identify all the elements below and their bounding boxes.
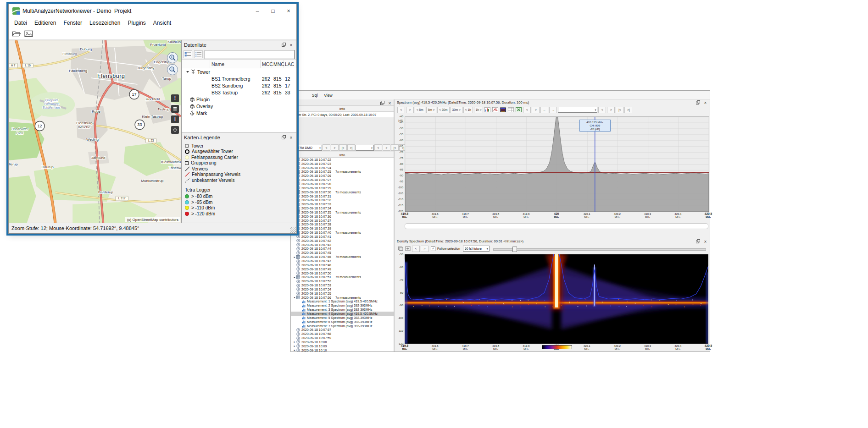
- move-tool[interactable]: [171, 126, 179, 134]
- float-icon[interactable]: [695, 99, 701, 105]
- slider-handle[interactable]: [512, 247, 517, 252]
- titlebar[interactable]: MultiAnalyzerNetworkviewer - Demo_Projek…: [9, 4, 296, 18]
- menu-item-lesezeichen[interactable]: Lesezeichen: [86, 19, 124, 27]
- prev-button[interactable]: <: [323, 144, 330, 151]
- table-row[interactable]: Overlay: [182, 103, 296, 110]
- first-button[interactable]: |<: [339, 144, 347, 151]
- log-entry[interactable]: ▾2020-09-18 10:07:567x measurements: [291, 296, 394, 300]
- menu-item-fenster[interactable]: Fenster: [60, 19, 86, 27]
- log-entry[interactable]: 2020-09-18 10:07:34: [291, 206, 394, 210]
- back-button[interactable]: ←: [540, 107, 548, 113]
- log-entry[interactable]: ▸2020-09-18 10:07:257x measurements: [291, 170, 394, 174]
- log-entry[interactable]: 2020-09-18 10:07:49: [291, 267, 394, 271]
- table-row[interactable]: Tower: [182, 68, 296, 75]
- table-row[interactable]: BS3 Tastrup26281533: [182, 89, 296, 96]
- log-entry[interactable]: 2020-09-18 10:07:45: [291, 251, 394, 255]
- list-view-icon[interactable]: [194, 50, 203, 58]
- log-entry[interactable]: 2020-09-18 10:07:55: [291, 291, 394, 296]
- log-entry[interactable]: ▸2020-09-18 10:07:467x measurements: [291, 255, 394, 259]
- log-entry[interactable]: 2020-09-18 10:07:58: [291, 332, 394, 336]
- expander-icon[interactable]: ▸: [293, 275, 296, 279]
- log-entry[interactable]: 2020-09-18 10:07:57: [291, 328, 394, 332]
- image-export-icon[interactable]: [24, 30, 33, 37]
- next-button[interactable]: >: [331, 144, 339, 151]
- stack-icon[interactable]: [398, 246, 403, 251]
- log-entry[interactable]: 2020-09-18 10:07:50: [291, 271, 394, 275]
- log-entry[interactable]: 2020-09-18 10:07:33: [291, 202, 394, 206]
- table-row[interactable]: Mark: [182, 110, 296, 116]
- time-nav-30m[interactable]: 30m >: [451, 107, 462, 113]
- log-entry[interactable]: Measurement: 2 Spectrum (avg) 392-393MHz: [291, 303, 394, 307]
- log-entry[interactable]: Measurement: 4 Spectrum (avg) 419.5-420.…: [291, 312, 394, 316]
- last-button[interactable]: >|: [624, 107, 632, 113]
- log-entry[interactable]: Measurement: 6 Spectrum (avg) 392-393MHz: [291, 320, 394, 324]
- spectrum-icon[interactable]: [492, 107, 498, 112]
- column-header-tree[interactable]: [182, 60, 210, 68]
- zoom-out-button[interactable]: [167, 64, 178, 75]
- log-entry[interactable]: 2020-09-18 10:07:22: [291, 158, 394, 162]
- time-nav-1h[interactable]: 1h >: [474, 107, 484, 113]
- time-slider[interactable]: [493, 246, 706, 252]
- next-button[interactable]: >: [406, 107, 414, 113]
- next-button[interactable]: >: [607, 107, 615, 113]
- log-entry[interactable]: ▸2020-09-18 10:07:407x measurements: [291, 230, 394, 235]
- log-entry[interactable]: Measurement: 7 Spectrum (avg) 392-393MHz: [291, 324, 394, 328]
- log-entry[interactable]: Measurement: 1 Spectrum (avg) 419.5-420.…: [291, 300, 394, 304]
- log-entry[interactable]: 2020-09-18 10:07:44: [291, 247, 394, 251]
- spectrum-select[interactable]: ▾: [558, 107, 597, 113]
- prev-button[interactable]: <: [397, 107, 405, 113]
- menu-item-sql[interactable]: Sql: [312, 93, 317, 98]
- log-entry[interactable]: 2020-09-18 10:07:27: [291, 178, 394, 182]
- log-entry[interactable]: ▸2020-09-18 10:09: [291, 344, 394, 348]
- prev-button[interactable]: <: [374, 144, 382, 151]
- table-row[interactable]: BS1 Trommelberg26281512: [182, 75, 296, 82]
- secondary-select[interactable]: ▾: [356, 145, 374, 151]
- log-entry[interactable]: 2020-09-18 10:07:43: [291, 243, 394, 247]
- prev-button[interactable]: <: [412, 246, 420, 252]
- log-entry[interactable]: 2020-09-18 10:07:32: [291, 198, 394, 202]
- log-entry[interactable]: 2020-09-18 10:07:54: [291, 287, 394, 291]
- expander-icon[interactable]: ▸: [293, 344, 296, 348]
- float-icon[interactable]: [281, 42, 287, 48]
- table-row[interactable]: Plugin: [182, 96, 296, 103]
- log-entry[interactable]: 2020-09-18 10:07:23: [291, 162, 394, 166]
- log-entry[interactable]: 2020-09-18 10:07:29: [291, 186, 394, 190]
- log-entry[interactable]: 2020-09-18 10:07:41: [291, 235, 394, 239]
- future-window-select[interactable]: 60 [s] future▾: [463, 246, 490, 252]
- log-entry[interactable]: ▸2020-09-18 10:07:357x measurements: [291, 210, 394, 214]
- menu-item-ansicht[interactable]: Ansicht: [150, 19, 175, 27]
- log-entry[interactable]: ▸2020-09-18 10:07:517x measurements: [291, 275, 394, 279]
- spectrum-scrollbar[interactable]: [405, 223, 708, 229]
- table-row[interactable]: BS2 Sandberg26281517: [182, 82, 296, 89]
- close-button[interactable]: ×: [281, 4, 296, 18]
- log-entry[interactable]: 2020-09-18 10:07:39: [291, 226, 394, 230]
- log-entry[interactable]: Measurement: 5 Spectrum (avg) 392-393MHz: [291, 316, 394, 320]
- float-icon[interactable]: [695, 238, 701, 244]
- info-tool[interactable]: i: [171, 115, 179, 123]
- column-header-lac[interactable]: LAC: [284, 60, 296, 68]
- log-entry[interactable]: 2020-09-18 10:07:59: [291, 336, 394, 340]
- info-row[interactable]: eitner Str. 2, PC: 0 days, 00:00:20; Las…: [291, 112, 394, 117]
- close-icon[interactable]: ×: [702, 239, 708, 245]
- log-entry[interactable]: 2020-09-18 10:07:53: [291, 283, 394, 287]
- export-icon[interactable]: [516, 107, 522, 112]
- time-nav-5m[interactable]: < 5m: [415, 107, 425, 113]
- log-entry[interactable]: 2020-09-18 10:07:47: [291, 259, 394, 263]
- expander-icon[interactable]: [186, 71, 189, 73]
- log-entry[interactable]: 2020-09-18 10:07:28: [291, 182, 394, 186]
- log-entry[interactable]: 2020-09-18 10:07:24: [291, 166, 394, 170]
- column-header-name[interactable]: Name: [210, 60, 261, 68]
- float-icon[interactable]: [281, 134, 287, 140]
- log-entry[interactable]: 2020-09-18 10:07:36: [291, 214, 394, 219]
- next-button[interactable]: >: [532, 107, 540, 113]
- next-button[interactable]: >: [383, 144, 390, 151]
- expander-icon[interactable]: ▸: [293, 255, 296, 259]
- expander-icon[interactable]: ▾: [293, 296, 296, 299]
- prev-button[interactable]: <: [598, 107, 606, 113]
- resize-grip[interactable]: [290, 227, 296, 233]
- time-nav-5m[interactable]: 5m >: [426, 107, 437, 113]
- list-tool[interactable]: [171, 105, 179, 113]
- tower-marker[interactable]: 17: [129, 90, 139, 99]
- close-icon[interactable]: ×: [387, 100, 393, 106]
- log-entry[interactable]: 2020-09-18 10:07:52: [291, 279, 394, 283]
